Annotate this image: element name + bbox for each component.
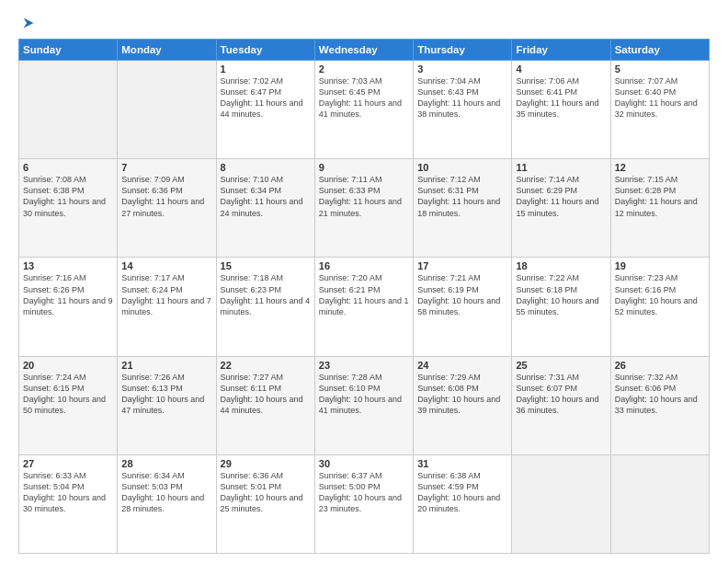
day-of-week-sunday: Sunday xyxy=(19,40,118,61)
day-number: 6 xyxy=(23,162,113,173)
day-number: 29 xyxy=(221,458,311,469)
day-info: Sunrise: 7:26 AM Sunset: 6:13 PM Dayligh… xyxy=(121,372,211,417)
calendar-cell: 16Sunrise: 7:20 AM Sunset: 6:21 PM Dayli… xyxy=(314,258,413,356)
logo-line xyxy=(18,15,37,31)
day-info: Sunrise: 7:06 AM Sunset: 6:41 PM Dayligh… xyxy=(516,75,606,121)
day-info: Sunrise: 7:10 AM Sunset: 6:34 PM Dayligh… xyxy=(221,174,311,219)
day-info: Sunrise: 7:24 AM Sunset: 6:15 PM Dayligh… xyxy=(23,372,113,417)
day-number: 2 xyxy=(319,63,409,75)
day-number: 31 xyxy=(417,458,507,469)
day-info: Sunrise: 7:32 AM Sunset: 6:06 PM Dayligh… xyxy=(615,372,705,417)
calendar-cell: 10Sunrise: 7:12 AM Sunset: 6:31 PM Dayli… xyxy=(414,159,512,258)
calendar-cell: 5Sunrise: 7:07 AM Sunset: 6:40 PM Daylig… xyxy=(610,61,709,159)
day-info: Sunrise: 6:34 AM Sunset: 5:03 PM Dayligh… xyxy=(121,470,211,515)
logo-arrow-icon xyxy=(20,15,37,31)
calendar-cell xyxy=(610,454,709,553)
day-of-week-thursday: Thursday xyxy=(414,40,512,61)
svg-marker-0 xyxy=(24,18,34,29)
day-info: Sunrise: 7:15 AM Sunset: 6:28 PM Dayligh… xyxy=(615,174,705,219)
day-info: Sunrise: 6:37 AM Sunset: 5:00 PM Dayligh… xyxy=(319,470,409,515)
day-info: Sunrise: 6:33 AM Sunset: 5:04 PM Dayligh… xyxy=(23,470,113,515)
day-info: Sunrise: 7:03 AM Sunset: 6:45 PM Dayligh… xyxy=(319,75,409,121)
calendar-cell: 30Sunrise: 6:37 AM Sunset: 5:00 PM Dayli… xyxy=(314,454,413,553)
day-info: Sunrise: 7:16 AM Sunset: 6:26 PM Dayligh… xyxy=(23,272,113,317)
day-of-week-friday: Friday xyxy=(512,40,610,61)
day-number: 28 xyxy=(121,458,211,469)
day-info: Sunrise: 7:09 AM Sunset: 6:36 PM Dayligh… xyxy=(121,174,211,219)
day-number: 11 xyxy=(516,162,606,173)
day-info: Sunrise: 7:08 AM Sunset: 6:38 PM Dayligh… xyxy=(23,174,113,219)
day-info: Sunrise: 7:22 AM Sunset: 6:18 PM Dayligh… xyxy=(516,272,606,317)
calendar-cell: 7Sunrise: 7:09 AM Sunset: 6:36 PM Daylig… xyxy=(118,159,216,258)
calendar-cell: 17Sunrise: 7:21 AM Sunset: 6:19 PM Dayli… xyxy=(414,258,512,356)
day-of-week-wednesday: Wednesday xyxy=(314,40,413,61)
day-number: 26 xyxy=(615,360,705,371)
page: SundayMondayTuesdayWednesdayThursdayFrid… xyxy=(0,0,728,563)
logo xyxy=(18,15,37,31)
day-info: Sunrise: 7:27 AM Sunset: 6:11 PM Dayligh… xyxy=(221,372,311,417)
calendar-header: SundayMondayTuesdayWednesdayThursdayFrid… xyxy=(19,40,710,61)
calendar-cell: 6Sunrise: 7:08 AM Sunset: 6:38 PM Daylig… xyxy=(19,159,118,258)
day-number: 15 xyxy=(221,260,311,271)
day-info: Sunrise: 7:02 AM Sunset: 6:47 PM Dayligh… xyxy=(221,75,311,121)
day-info: Sunrise: 7:23 AM Sunset: 6:16 PM Dayligh… xyxy=(615,272,705,317)
calendar-cell: 13Sunrise: 7:16 AM Sunset: 6:26 PM Dayli… xyxy=(19,258,118,356)
calendar-cell: 26Sunrise: 7:32 AM Sunset: 6:06 PM Dayli… xyxy=(610,356,709,454)
calendar-cell: 22Sunrise: 7:27 AM Sunset: 6:11 PM Dayli… xyxy=(216,356,314,454)
calendar-cell: 15Sunrise: 7:18 AM Sunset: 6:23 PM Dayli… xyxy=(216,258,314,356)
day-info: Sunrise: 7:21 AM Sunset: 6:19 PM Dayligh… xyxy=(417,272,507,317)
day-info: Sunrise: 7:17 AM Sunset: 6:24 PM Dayligh… xyxy=(121,272,211,317)
day-number: 19 xyxy=(615,260,705,271)
calendar-cell: 31Sunrise: 6:38 AM Sunset: 4:59 PM Dayli… xyxy=(414,454,512,553)
calendar-cell: 29Sunrise: 6:36 AM Sunset: 5:01 PM Dayli… xyxy=(216,454,314,553)
day-info: Sunrise: 7:28 AM Sunset: 6:10 PM Dayligh… xyxy=(319,372,409,417)
calendar-week-3: 13Sunrise: 7:16 AM Sunset: 6:26 PM Dayli… xyxy=(19,258,710,356)
days-of-week-row: SundayMondayTuesdayWednesdayThursdayFrid… xyxy=(19,40,710,61)
day-info: Sunrise: 7:07 AM Sunset: 6:40 PM Dayligh… xyxy=(615,75,705,121)
day-number: 21 xyxy=(121,360,211,371)
day-info: Sunrise: 7:18 AM Sunset: 6:23 PM Dayligh… xyxy=(221,272,311,317)
day-info: Sunrise: 6:36 AM Sunset: 5:01 PM Dayligh… xyxy=(221,470,311,515)
day-of-week-saturday: Saturday xyxy=(610,40,709,61)
day-number: 24 xyxy=(417,360,507,371)
calendar-cell: 18Sunrise: 7:22 AM Sunset: 6:18 PM Dayli… xyxy=(512,258,610,356)
calendar-week-4: 20Sunrise: 7:24 AM Sunset: 6:15 PM Dayli… xyxy=(19,356,710,454)
day-number: 14 xyxy=(121,260,211,271)
calendar-cell: 8Sunrise: 7:10 AM Sunset: 6:34 PM Daylig… xyxy=(216,159,314,258)
day-info: Sunrise: 7:20 AM Sunset: 6:21 PM Dayligh… xyxy=(319,272,409,317)
calendar-cell xyxy=(19,61,118,159)
calendar-week-1: 1Sunrise: 7:02 AM Sunset: 6:47 PM Daylig… xyxy=(19,61,710,159)
day-number: 9 xyxy=(319,162,409,173)
calendar-cell: 11Sunrise: 7:14 AM Sunset: 6:29 PM Dayli… xyxy=(512,159,610,258)
day-number: 5 xyxy=(615,63,705,75)
calendar-cell: 24Sunrise: 7:29 AM Sunset: 6:08 PM Dayli… xyxy=(414,356,512,454)
day-number: 18 xyxy=(516,260,606,271)
calendar-cell: 1Sunrise: 7:02 AM Sunset: 6:47 PM Daylig… xyxy=(216,61,314,159)
calendar-week-2: 6Sunrise: 7:08 AM Sunset: 6:38 PM Daylig… xyxy=(19,159,710,258)
calendar-cell: 19Sunrise: 7:23 AM Sunset: 6:16 PM Dayli… xyxy=(610,258,709,356)
calendar-table: SundayMondayTuesdayWednesdayThursdayFrid… xyxy=(18,39,710,554)
day-info: Sunrise: 7:29 AM Sunset: 6:08 PM Dayligh… xyxy=(417,372,507,417)
day-number: 17 xyxy=(417,260,507,271)
day-info: Sunrise: 7:14 AM Sunset: 6:29 PM Dayligh… xyxy=(516,174,606,219)
calendar-cell: 28Sunrise: 6:34 AM Sunset: 5:03 PM Dayli… xyxy=(118,454,216,553)
day-of-week-tuesday: Tuesday xyxy=(216,40,314,61)
day-number: 12 xyxy=(615,162,705,173)
day-number: 23 xyxy=(319,360,409,371)
day-number: 30 xyxy=(319,458,409,469)
calendar-cell: 14Sunrise: 7:17 AM Sunset: 6:24 PM Dayli… xyxy=(118,258,216,356)
day-number: 8 xyxy=(221,162,311,173)
calendar-cell: 21Sunrise: 7:26 AM Sunset: 6:13 PM Dayli… xyxy=(118,356,216,454)
calendar-cell xyxy=(118,61,216,159)
calendar-cell: 2Sunrise: 7:03 AM Sunset: 6:45 PM Daylig… xyxy=(314,61,413,159)
calendar-cell: 12Sunrise: 7:15 AM Sunset: 6:28 PM Dayli… xyxy=(610,159,709,258)
day-number: 1 xyxy=(221,63,311,75)
day-number: 20 xyxy=(23,360,113,371)
day-info: Sunrise: 6:38 AM Sunset: 4:59 PM Dayligh… xyxy=(417,470,507,515)
calendar-week-5: 27Sunrise: 6:33 AM Sunset: 5:04 PM Dayli… xyxy=(19,454,710,553)
calendar-cell: 9Sunrise: 7:11 AM Sunset: 6:33 PM Daylig… xyxy=(314,159,413,258)
day-number: 16 xyxy=(319,260,409,271)
day-info: Sunrise: 7:04 AM Sunset: 6:43 PM Dayligh… xyxy=(417,75,507,121)
calendar-cell: 4Sunrise: 7:06 AM Sunset: 6:41 PM Daylig… xyxy=(512,61,610,159)
day-of-week-monday: Monday xyxy=(118,40,216,61)
